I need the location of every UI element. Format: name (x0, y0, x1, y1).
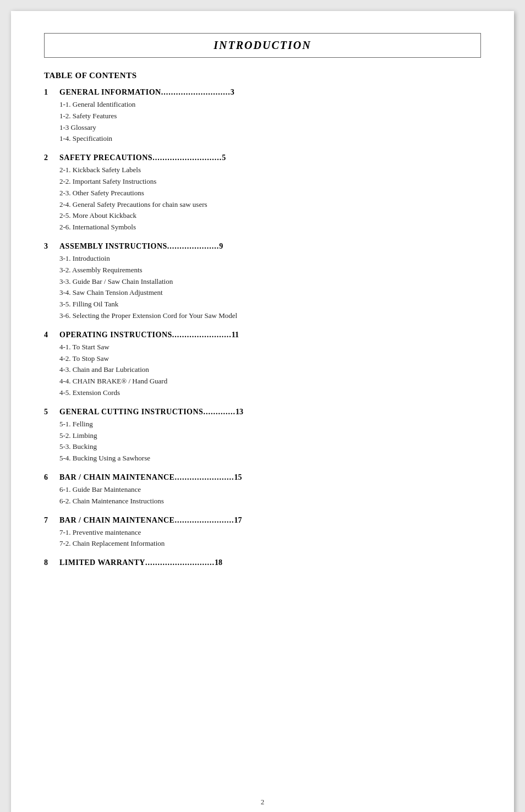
toc-sub-entry: 3-2. Assembly Requirements (59, 265, 481, 276)
toc-section-label-8: LIMITED WARRANTY (59, 558, 145, 567)
page: INTRODUCTION TABLE OF CONTENTS 1GENERAL … (11, 11, 514, 812)
toc-section-8: 8LIMITED WARRANTY ......................… (44, 558, 481, 567)
toc-section-num-2: 2 (44, 153, 59, 162)
toc-sub-entry: 2-6. International Symbols (59, 222, 481, 233)
page-number: 2 (261, 798, 265, 806)
toc-sub-list-1: 1-1. General Identification1-2. Safety F… (59, 99, 481, 145)
toc-section-label-2: SAFETY PRECAUTIONS (59, 153, 152, 162)
toc-section-page-4: 11 (232, 331, 239, 339)
header-box: INTRODUCTION (44, 33, 481, 58)
toc-section-5: 5GENERAL CUTTING INSTRUCTIONS ..........… (44, 408, 481, 464)
toc-sub-entry: 4-2. To Stop Saw (59, 353, 481, 365)
toc-sub-entry: 4-1. To Start Saw (59, 342, 481, 353)
toc-container: 1GENERAL INFORMATION ...................… (44, 88, 481, 567)
toc-section-dots-3: ..................... (167, 242, 220, 251)
toc-section-1: 1GENERAL INFORMATION ...................… (44, 88, 481, 145)
toc-section-label-4: OPERATING INSTRUCTIONS (59, 331, 172, 339)
toc-section-3: 3ASSEMBLY INSTRUCTIONS .................… (44, 242, 481, 322)
toc-main-entry-1: 1GENERAL INFORMATION ...................… (44, 88, 481, 97)
toc-sub-entry: 6-2. Chain Maintenance Instructions (59, 496, 481, 507)
toc-section-page-1: 3 (231, 88, 234, 97)
toc-section-num-8: 8 (44, 558, 59, 567)
toc-section-label-7: BAR / CHAIN MAINTENANCE (59, 516, 174, 525)
toc-sub-entry: 5-3. Bucking (59, 441, 481, 453)
toc-section-page-6: 15 (234, 473, 242, 482)
toc-section-dots-1: ............................ (161, 88, 231, 97)
toc-section-4: 4OPERATING INSTRUCTIONS ................… (44, 331, 481, 399)
toc-section-num-7: 7 (44, 516, 59, 525)
toc-sub-entry: 1-2. Safety Features (59, 111, 481, 122)
toc-section-page-8: 18 (215, 558, 222, 567)
toc-section-dots-5: ............. (203, 408, 236, 416)
page-footer: 2 (11, 798, 514, 806)
toc-section-dots-4: ........................ (172, 331, 232, 339)
toc-main-entry-8: 8LIMITED WARRANTY ......................… (44, 558, 481, 567)
toc-sub-entry: 2-5. More About Kickback (59, 210, 481, 222)
toc-section-label-1: GENERAL INFORMATION (59, 88, 161, 97)
toc-sub-list-2: 2-1. Kickback Safety Labels2-2. Importan… (59, 164, 481, 233)
toc-section-num-1: 1 (44, 88, 59, 97)
toc-section-label-6: BAR / CHAIN MAINTENANCE (59, 473, 174, 482)
toc-section-num-5: 5 (44, 408, 59, 416)
toc-sub-entry: 3-4. Saw Chain Tension Adjustment (59, 287, 481, 299)
toc-section-num-3: 3 (44, 242, 59, 251)
toc-section-page-3: 9 (219, 242, 223, 251)
toc-main-entry-2: 2SAFETY PRECAUTIONS ....................… (44, 153, 481, 162)
toc-section-dots-6: ........................ (174, 473, 234, 482)
toc-main-entry-4: 4OPERATING INSTRUCTIONS ................… (44, 331, 481, 339)
toc-sub-entry: 1-3 Glossary (59, 122, 481, 134)
toc-sub-entry: 6-1. Guide Bar Maintenance (59, 484, 481, 496)
toc-section-2: 2SAFETY PRECAUTIONS ....................… (44, 153, 481, 233)
toc-sub-entry: 2-4. General Safety Precautions for chai… (59, 199, 481, 211)
toc-sub-entry: 3-1. Introductioin (59, 253, 481, 265)
toc-sub-entry: 7-1. Preventive maintenance (59, 527, 481, 539)
toc-sub-entry: 5-1. Felling (59, 419, 481, 430)
toc-main-entry-7: 7BAR / CHAIN MAINTENANCE ...............… (44, 516, 481, 525)
toc-sub-list-3: 3-1. Introductioin3-2. Assembly Requirem… (59, 253, 481, 322)
toc-sub-entry: 1-4. Specificatioin (59, 133, 481, 145)
toc-sub-entry: 2-2. Important Safety Instructions (59, 176, 481, 188)
toc-section-page-7: 17 (234, 516, 242, 525)
toc-sub-entry: 4-4. CHAIN BRAKE® / Hand Guard (59, 376, 481, 387)
toc-sub-entry: 7-2. Chain Replacement Information (59, 538, 481, 550)
toc-sub-list-5: 5-1. Felling5-2. Limbing5-3. Bucking5-4.… (59, 419, 481, 464)
toc-sub-entry: 4-5. Extension Cords (59, 387, 481, 399)
toc-sub-list-4: 4-1. To Start Saw4-2. To Stop Saw4-3. Ch… (59, 342, 481, 399)
toc-main-entry-3: 3ASSEMBLY INSTRUCTIONS .................… (44, 242, 481, 251)
toc-main-entry-6: 6BAR / CHAIN MAINTENANCE ...............… (44, 473, 481, 482)
toc-main-entry-5: 5GENERAL CUTTING INSTRUCTIONS ..........… (44, 408, 481, 416)
toc-section-6: 6BAR / CHAIN MAINTENANCE ...............… (44, 473, 481, 507)
toc-section-num-4: 4 (44, 331, 59, 339)
toc-sub-entry: 3-5. Filling Oil Tank (59, 299, 481, 310)
toc-section-dots-7: ........................ (174, 516, 234, 525)
toc-sub-entry: 2-3. Other Safety Precautions (59, 188, 481, 199)
toc-section-num-6: 6 (44, 473, 59, 482)
toc-sub-entry: 3-6. Selecting the Proper Extension Cord… (59, 310, 481, 322)
toc-section-label-3: ASSEMBLY INSTRUCTIONS (59, 242, 167, 251)
toc-sub-list-6: 6-1. Guide Bar Maintenance6-2. Chain Mai… (59, 484, 481, 507)
toc-section-dots-8: ............................ (145, 558, 215, 567)
toc-sub-entry: 5-4. Bucking Using a Sawhorse (59, 453, 481, 464)
toc-sub-entry: 2-1. Kickback Safety Labels (59, 164, 481, 176)
toc-sub-entry: 5-2. Limbing (59, 430, 481, 442)
page-title: INTRODUCTION (214, 39, 311, 51)
toc-sub-entry: 1-1. General Identification (59, 99, 481, 111)
toc-section-label-5: GENERAL CUTTING INSTRUCTIONS (59, 408, 203, 416)
toc-section-page-5: 13 (236, 408, 243, 416)
toc-section-dots-2: ............................ (152, 153, 222, 162)
toc-sub-entry: 3-3. Guide Bar / Saw Chain Installation (59, 276, 481, 288)
toc-section-7: 7BAR / CHAIN MAINTENANCE ...............… (44, 516, 481, 550)
toc-sub-list-7: 7-1. Preventive maintenance7-2. Chain Re… (59, 527, 481, 550)
toc-section-page-2: 5 (222, 153, 226, 162)
toc-heading: TABLE OF CONTENTS (44, 71, 481, 80)
toc-sub-entry: 4-3. Chain and Bar Lubrication (59, 364, 481, 376)
